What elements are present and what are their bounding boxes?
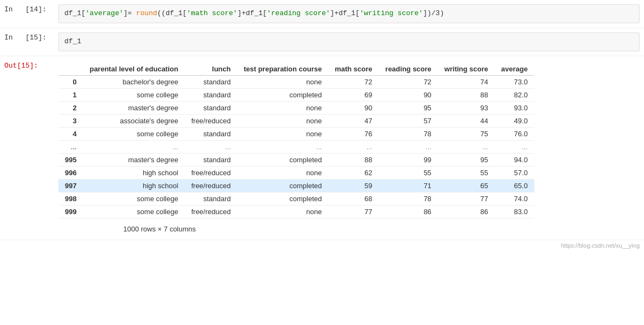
table-cell: ... (237, 140, 329, 153)
code-round-fn: round (136, 9, 157, 17)
table-cell: ... (185, 140, 237, 153)
table-cell: some college (83, 88, 185, 101)
table-row: 997high schoolfree/reducedcompleted59716… (58, 179, 534, 192)
table-cell: standard (185, 153, 237, 166)
table-cell: 3 (58, 114, 83, 127)
table-cell: standard (185, 101, 237, 114)
code-writing-key: 'writing score' (360, 9, 423, 17)
table-cell: 88 (438, 88, 495, 101)
table-cell: completed (237, 192, 329, 205)
table-cell: 65.0 (495, 179, 534, 192)
cell-14-label: In [14]: (0, 2, 54, 17)
dataframe-table: parental level of education lunch test p… (58, 63, 534, 218)
table-cell: 95 (379, 101, 438, 114)
table-cell: 77 (328, 205, 379, 218)
out-label-text: Out (4, 62, 17, 70)
table-cell: free/reduced (185, 205, 237, 218)
table-cell: some college (83, 127, 185, 140)
table-cell: 82.0 (495, 88, 534, 101)
table-cell: master's degree (83, 153, 185, 166)
table-cell: standard (185, 75, 237, 88)
table-cell: 72 (379, 75, 438, 88)
table-cell: standard (185, 88, 237, 101)
out-bracket: [15]: (17, 62, 38, 70)
table-cell: none (237, 75, 329, 88)
table-cell: master's degree (83, 101, 185, 114)
code-average-key: 'average' (85, 9, 123, 17)
table-cell: 72 (328, 75, 379, 88)
table-row: ........................ (58, 140, 534, 153)
table-cell: 55 (379, 166, 438, 179)
table-cell: some college (83, 205, 185, 218)
table-cell: 86 (379, 205, 438, 218)
cell-15-number: [15]: (25, 34, 47, 42)
table-cell: ... (328, 140, 379, 153)
table-row: 996high schoolfree/reducednone62555557.0 (58, 166, 534, 179)
table-cell: 47 (328, 114, 379, 127)
col-reading: reading score (379, 63, 438, 76)
table-cell: 86 (438, 205, 495, 218)
table-cell: completed (237, 179, 329, 192)
cell-out15: Out[15]: parental level of education lun… (0, 56, 644, 240)
table-cell: 59 (328, 179, 379, 192)
table-cell: 68 (328, 192, 379, 205)
table-cell: ... (438, 140, 495, 153)
table-cell: 65 (438, 179, 495, 192)
table-cell: 93.0 (495, 101, 534, 114)
code-plus2: ]+df_1[ (330, 9, 360, 17)
col-average: average (495, 63, 534, 76)
table-cell: 55 (438, 166, 495, 179)
table-cell: 2 (58, 101, 83, 114)
code-bracket1: [ (81, 9, 85, 17)
table-cell: 71 (379, 179, 438, 192)
watermark: https://blog.csdn.net/xu__ying (0, 240, 644, 251)
table-cell: ... (83, 140, 185, 153)
notebook: In [14]: df_1['average']= round((df_1['m… (0, 0, 644, 251)
table-cell: 69 (328, 88, 379, 101)
table-cell: none (237, 101, 329, 114)
table-cell: associate's degree (83, 114, 185, 127)
col-writing: writing score (438, 63, 495, 76)
table-cell: high school (83, 179, 185, 192)
table-cell: 4 (58, 127, 83, 140)
cell-14-code[interactable]: df_1['average']= round((df_1['math score… (58, 4, 640, 23)
table-cell: 90 (328, 101, 379, 114)
table-cell: 1 (58, 88, 83, 101)
table-cell: 57 (379, 114, 438, 127)
table-cell: free/reduced (185, 114, 237, 127)
col-index (58, 63, 83, 76)
table-cell: 74.0 (495, 192, 534, 205)
table-cell: 78 (379, 192, 438, 205)
table-cell: 996 (58, 166, 83, 179)
code-df1-ref: df_1 (64, 37, 81, 45)
cell-15-label: In [15]: (0, 30, 54, 45)
table-cell: 0 (58, 75, 83, 88)
code-assign: ]= (123, 9, 136, 17)
table-cell: 76 (328, 127, 379, 140)
table-cell: 62 (328, 166, 379, 179)
code-paren2: ])/3) (423, 9, 444, 17)
table-cell: 83.0 (495, 205, 534, 218)
code-df1: df_1 (64, 9, 81, 17)
table-cell: 78 (379, 127, 438, 140)
cell-15-content: df_1 (54, 30, 644, 54)
table-cell: ... (58, 140, 83, 153)
table-cell: 997 (58, 179, 83, 192)
table-row: 1some collegestandardcompleted69908882.0 (58, 88, 534, 101)
table-cell: free/reduced (185, 166, 237, 179)
table-cell: none (237, 127, 329, 140)
table-cell: 998 (58, 192, 83, 205)
table-cell: 76.0 (495, 127, 534, 140)
table-cell: high school (83, 166, 185, 179)
table-cell: none (237, 205, 329, 218)
table-cell: ... (495, 140, 534, 153)
cell-15-code[interactable]: df_1 (58, 32, 640, 51)
table-cell: 94.0 (495, 153, 534, 166)
cell-14-content: df_1['average']= round((df_1['math score… (54, 2, 644, 25)
table-cell: completed (237, 153, 329, 166)
table-cell: 75 (438, 127, 495, 140)
table-row: 2master's degreestandardnone90959393.0 (58, 101, 534, 114)
col-math: math score (328, 63, 379, 76)
code-paren1: ((df_1[ (157, 9, 187, 17)
table-cell: 88 (328, 153, 379, 166)
